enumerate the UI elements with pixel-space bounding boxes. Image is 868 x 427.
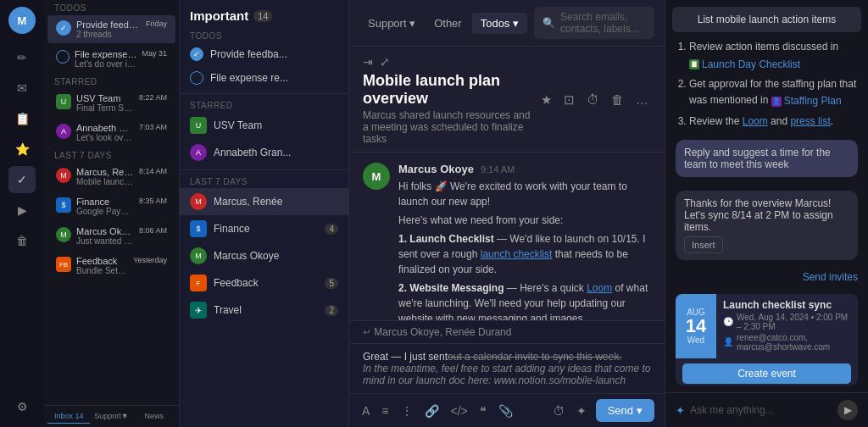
- mini-item-provide-feedback[interactable]: ✓ Provide feedback on PRD 2 threads Frid…: [47, 15, 175, 43]
- mini-finance-time: 8:35 AM: [139, 197, 167, 205]
- send-invites-link[interactable]: Send invites: [803, 271, 858, 283]
- code-icon[interactable]: </>: [448, 402, 470, 420]
- user-avatar[interactable]: M: [8, 7, 36, 34]
- thread-travel[interactable]: ✈ Travel 2: [180, 297, 348, 324]
- tab-todos[interactable]: Todos ▾: [472, 13, 527, 34]
- launch-day-checklist-link[interactable]: 📋 Launch Day Checklist: [689, 57, 800, 69]
- ai-bubble-right-text: Reply and suggest a time for the team to…: [684, 147, 831, 170]
- mini-check-icon2: [56, 50, 70, 64]
- send-icon[interactable]: ▶: [8, 197, 36, 224]
- mini-item-finance[interactable]: $ Finance Google Payments Stripe 8:35 AM: [47, 192, 175, 220]
- cal-actions: Create event Edit: [676, 358, 858, 385]
- message-1: M Marcus Okoye 9:14 AM Hi folks 🚀 We're …: [363, 163, 651, 320]
- cal-info: Launch checklist sync 🕑Wed, Aug 14, 2024…: [716, 294, 858, 358]
- bullet-list-icon[interactable]: ≡: [379, 402, 391, 420]
- mini-item-feedback[interactable]: FB Feedback Bundle Settings Thoughts... …: [47, 252, 175, 280]
- search-placeholder: Search emails, contacts, labels...: [560, 11, 646, 35]
- compose-strikethrough: out a calendar invite to sync this week.: [448, 351, 621, 363]
- mini-item-name2: File expense report: [75, 49, 136, 59]
- settings-icon[interactable]: ⚙: [8, 393, 36, 420]
- create-event-button[interactable]: Create event: [682, 363, 851, 384]
- todo-provide-feedback[interactable]: Provide feedba...: [180, 42, 348, 66]
- numbered-list-icon[interactable]: ⋮: [398, 402, 415, 420]
- remind-action[interactable]: ⏱: [584, 90, 602, 110]
- cal-attendees: renee@catco.com, marcus@shortwave.com: [737, 333, 851, 352]
- thread-marcus-okoye[interactable]: M Marcus Okoye: [180, 242, 348, 269]
- star-action[interactable]: ★: [538, 90, 554, 110]
- feedback-avatar: FB: [56, 257, 71, 272]
- mini-item-time2: May 31: [142, 49, 167, 58]
- thread-finance[interactable]: $ Finance 4: [180, 215, 348, 242]
- loom-link-1[interactable]: Loom: [587, 282, 612, 294]
- compose-text[interactable]: Great — I just sentout a calendar invite…: [349, 344, 665, 393]
- ai-input-field[interactable]: [690, 404, 832, 416]
- mini-marcus-sub: Mobile launch plan overview: [76, 177, 134, 186]
- compose-toolbar: A ≡ ⋮ 🔗 </> ❝ 📎 ⏱ ✦ Send ▾: [349, 393, 665, 427]
- format-text-icon[interactable]: A: [359, 402, 372, 420]
- news-tab[interactable]: News: [133, 409, 175, 424]
- usv-avatar-sm: U: [190, 117, 207, 134]
- feedback-text: Feedback: [214, 277, 318, 289]
- clock-icon[interactable]: ⏱: [550, 402, 567, 420]
- staffing-plan-link[interactable]: 👤 Staffing Plan: [771, 94, 842, 106]
- mini-item-marcus-renee[interactable]: M Marcus, Renée, me Mobile launch plan o…: [47, 163, 175, 191]
- quote-icon[interactable]: ❝: [477, 402, 489, 420]
- inbox-tab[interactable]: Inbox 14: [47, 409, 90, 424]
- send-dropdown-icon[interactable]: ▾: [637, 404, 643, 417]
- attachment-icon[interactable]: 📎: [496, 402, 515, 420]
- launch-checklist-link[interactable]: launch checklist: [481, 248, 553, 260]
- starred-icon[interactable]: ⭐: [8, 136, 36, 163]
- icon-bar: M ✏ ✉ 📋 ⭐ ✓ ▶ 🗑 ⚙: [0, 0, 44, 427]
- compose-to: ↵ Marcus Okoye, Renée Durand: [349, 321, 665, 344]
- tasks-icon[interactable]: 📋: [8, 105, 36, 132]
- search-icon: 🔍: [542, 17, 555, 29]
- press-list-link[interactable]: press list: [790, 115, 830, 127]
- thread-marcus-renee[interactable]: M Marcus, Renée: [180, 188, 348, 215]
- trash-icon[interactable]: 🗑: [8, 227, 36, 254]
- annabeth-text: Annabeth Gran...: [214, 147, 338, 158]
- mini-item-name: Provide feedback on PRD: [76, 19, 141, 30]
- inbox-icon[interactable]: ✉: [8, 75, 36, 102]
- email-subtitle: Marcus shared launch resources and a mee…: [363, 109, 538, 145]
- mini-annabeth-name: Annabeth Grant: [76, 123, 134, 133]
- fullscreen-icon[interactable]: ⤢: [380, 55, 390, 69]
- mid-sidebar-title: Important: [190, 8, 248, 23]
- compose-area: ↵ Marcus Okoye, Renée Durand Great — I j…: [349, 320, 665, 427]
- ai-send-button[interactable]: ▶: [837, 400, 858, 420]
- more-action[interactable]: …: [633, 90, 651, 110]
- ai-compose-icon[interactable]: ✦: [574, 402, 589, 420]
- compose-icon[interactable]: ✏: [8, 44, 36, 71]
- insert-button[interactable]: Insert: [684, 236, 723, 253]
- tab-support[interactable]: Support ▾: [359, 13, 424, 34]
- cal-weekday: Wed: [687, 336, 704, 345]
- main-content: Support ▾ Other Todos ▾ 🔍 Search emails,…: [349, 0, 665, 427]
- link-icon[interactable]: 🔗: [422, 402, 442, 420]
- check-icon[interactable]: ✓: [8, 166, 36, 193]
- mini-okoye-name: Marcus Okoye: [76, 226, 134, 236]
- mini-item-sub2: Let's do over it together tomorrow...: [75, 59, 136, 69]
- loom-link-right[interactable]: Loom: [743, 115, 768, 127]
- search-box[interactable]: 🔍 Search emails, contacts, labels...: [534, 7, 654, 39]
- delete-action[interactable]: 🗑: [609, 90, 626, 110]
- ai-action-bar[interactable]: List mobile launch action items: [672, 7, 861, 32]
- tab-other[interactable]: Other: [426, 13, 470, 34]
- starred-usv[interactable]: U USV Team: [180, 112, 348, 139]
- mini-item-marcus-okoye[interactable]: M Marcus Okoye Just wanted to say kudos …: [47, 222, 175, 250]
- mini-item-usv[interactable]: U USV Team Final Term Sheet 8:22 AM: [47, 89, 175, 117]
- support-tab[interactable]: Support▼: [90, 409, 132, 424]
- sender-name-marcus: Marcus Okoye: [398, 163, 474, 175]
- ai-sparkle-icon: ✦: [676, 404, 685, 417]
- mini-marcus-name: Marcus, Renée, me: [76, 167, 134, 177]
- mini-item-annabeth[interactable]: A Annabeth Grant Let's look over it toge…: [47, 119, 175, 147]
- travel-icon: ✈: [190, 302, 207, 319]
- todo-file-expense[interactable]: File expense re...: [180, 66, 348, 90]
- feedback-badge: 5: [325, 278, 338, 289]
- right-panel: List mobile launch action items Review a…: [665, 0, 868, 427]
- mini-item-file-expense[interactable]: File expense report Let's do over it tog…: [47, 45, 175, 73]
- send-button[interactable]: Send ▾: [596, 399, 654, 422]
- marcus-renee-text: Marcus, Renée: [214, 196, 338, 208]
- label-action[interactable]: ⊡: [561, 90, 577, 110]
- thread-feedback[interactable]: F Feedback 5: [180, 269, 348, 297]
- starred-annabeth[interactable]: A Annabeth Gran...: [180, 139, 348, 166]
- expand-icon[interactable]: ⇥: [363, 55, 373, 69]
